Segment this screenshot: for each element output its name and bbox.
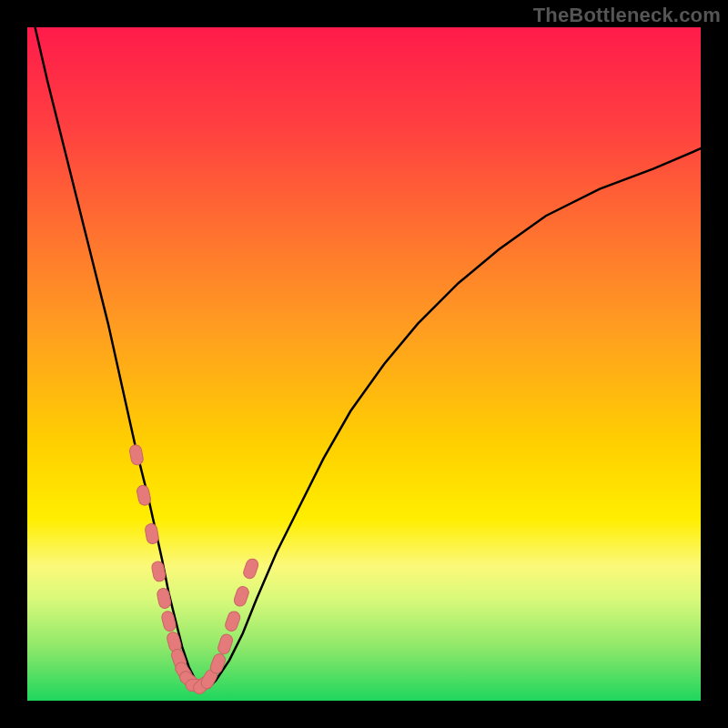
bottleneck-curve (27, 27, 701, 687)
bead-marker (145, 523, 160, 545)
plot-area (27, 27, 701, 701)
bead-marker (224, 610, 242, 632)
bead-marker (129, 444, 145, 466)
chart-frame: TheBottleneck.com (0, 0, 728, 728)
bead-marker (233, 585, 250, 608)
watermark-text: TheBottleneck.com (533, 4, 721, 27)
bead-marker (151, 561, 167, 582)
bead-marker (242, 557, 259, 580)
bead-marker (157, 587, 172, 609)
bead-marker (217, 632, 234, 655)
curve-layer (27, 27, 701, 701)
bead-marker (136, 484, 151, 506)
bead-marker-group (129, 444, 260, 696)
